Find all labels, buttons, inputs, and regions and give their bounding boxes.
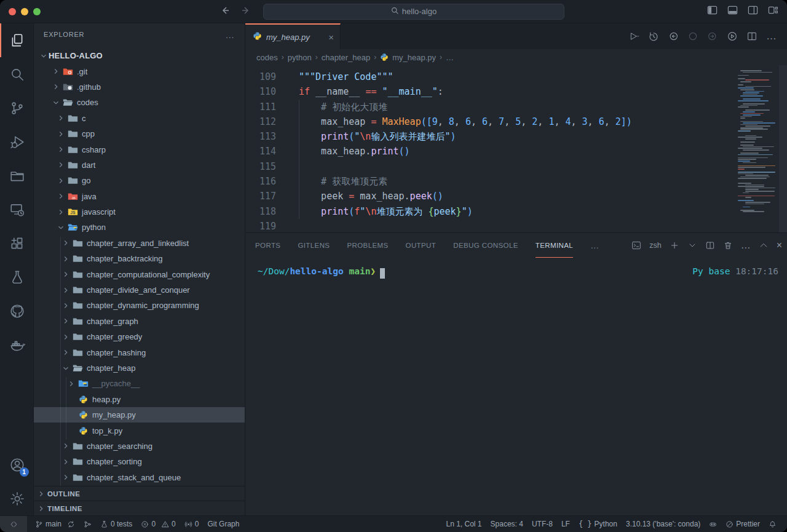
nav-dot-icon[interactable] — [687, 31, 698, 42]
status-gitlens-graph[interactable] — [79, 516, 96, 532]
tree-item-chapter-stack-and-queue[interactable]: chapter_stack_and_queue — [34, 470, 245, 485]
tree-item-chapter-hashing[interactable]: chapter_hashing — [34, 344, 245, 360]
activity-project-folder-icon[interactable] — [0, 159, 34, 193]
toggle-panel-icon[interactable] — [727, 5, 738, 18]
activity-source-control-icon[interactable] — [0, 91, 34, 125]
tree-item-dart[interactable]: dart — [34, 157, 245, 173]
terminal[interactable]: ~/Dow/hello-algo main ❯ Py base 18:17:16 — [245, 258, 787, 515]
tree-item-java[interactable]: java — [34, 189, 245, 204]
tree-item-codes[interactable]: codes — [34, 95, 245, 110]
activity-explorer-icon[interactable] — [0, 23, 34, 57]
history-icon[interactable] — [648, 31, 659, 42]
timeline-section[interactable]: TIMELINE — [34, 501, 245, 515]
more-icon[interactable]: … — [766, 30, 777, 42]
breadcrumb-item[interactable]: python — [288, 53, 312, 62]
tree-item-chapter-sorting[interactable]: chapter_sorting — [34, 454, 245, 469]
panel-tab-output[interactable]: OUTPUT — [406, 233, 437, 258]
activity-github-icon[interactable] — [0, 294, 34, 328]
tree-item-c[interactable]: c — [34, 111, 245, 126]
run-graph-icon[interactable] — [727, 31, 738, 42]
breadcrumb-item[interactable]: codes — [256, 53, 278, 62]
tree-item-chapter-graph[interactable]: chapter_graph — [34, 314, 245, 329]
activity-settings-icon[interactable] — [0, 482, 34, 515]
toggle-secondary-sidebar-icon[interactable] — [748, 5, 758, 18]
breadcrumb-item[interactable]: my_heap.py — [392, 53, 436, 62]
history-back-icon[interactable] — [220, 6, 230, 18]
panel-tab-ports[interactable]: PORTS — [255, 233, 280, 258]
panel-tab-gitlens[interactable]: GITLENS — [298, 233, 330, 258]
tree-item-chapter-computational-complexity[interactable]: chapter_computational_complexity — [34, 266, 245, 282]
activity-docker-icon[interactable] — [0, 328, 34, 362]
tree-item-chapter-greedy[interactable]: chapter_greedy — [34, 329, 245, 344]
terminal-shell-icon[interactable] — [631, 240, 641, 250]
outline-section[interactable]: OUTLINE — [34, 486, 245, 501]
activity-accounts-icon[interactable]: 1 — [0, 448, 34, 482]
nav-forward-icon[interactable] — [707, 31, 718, 42]
minimap[interactable] — [738, 70, 777, 213]
activity-remote-explorer-icon[interactable] — [0, 193, 34, 226]
panel-tab-problems[interactable]: PROBLEMS — [347, 233, 388, 258]
customize-layout-icon[interactable] — [768, 5, 778, 18]
kill-terminal-icon[interactable] — [723, 240, 733, 250]
tree-item-javascript[interactable]: JSjavascript — [34, 204, 245, 220]
close-tab-icon[interactable]: × — [328, 32, 334, 42]
status-encoding[interactable]: UTF-8 — [528, 516, 557, 532]
maximize-panel-icon[interactable] — [759, 240, 769, 250]
minimap-line — [738, 130, 751, 132]
breadcrumb-item[interactable]: … — [446, 53, 454, 62]
tree-item-cpp[interactable]: cpp — [34, 126, 245, 141]
status-ports[interactable]: 0 — [180, 516, 204, 532]
status-cursor-position[interactable]: Ln 1, Col 1 — [441, 516, 486, 532]
status-eol[interactable]: LF — [557, 516, 574, 532]
tree-item-chapter-heap[interactable]: chapter_heap — [34, 360, 245, 376]
minimize-window-button[interactable] — [21, 8, 28, 15]
tree-item-python[interactable]: python — [34, 220, 245, 235]
breadcrumb-item[interactable]: chapter_heap — [322, 53, 371, 62]
status-prettier[interactable]: Prettier — [721, 516, 764, 532]
status-indentation[interactable]: Spaces: 4 — [486, 516, 528, 532]
panel-tab-debug-console[interactable]: DEBUG CONSOLE — [453, 233, 518, 258]
panel-more-tabs-icon[interactable]: … — [590, 240, 599, 250]
status-branch[interactable]: main — [31, 516, 79, 532]
close-panel-icon[interactable]: × — [777, 240, 782, 251]
tree-item--github[interactable]: .github — [34, 79, 245, 95]
split-terminal-icon[interactable] — [705, 240, 715, 250]
tree-item-csharp[interactable]: csharp — [34, 141, 245, 157]
tree-item--git[interactable]: .git — [34, 63, 245, 79]
status-problems[interactable]: 00 — [136, 516, 180, 532]
tree-item-chapter-backtracking[interactable]: chapter_backtracking — [34, 251, 245, 266]
panel-more-actions-icon[interactable]: … — [741, 240, 751, 251]
terminal-dropdown-icon[interactable] — [687, 240, 697, 250]
maximize-window-button[interactable] — [33, 8, 41, 15]
split-icon[interactable] — [746, 31, 757, 42]
tree-item-chapter-searching[interactable]: chapter_searching — [34, 439, 245, 454]
tree-item-hello-algo[interactable]: HELLO-ALGO — [34, 48, 245, 63]
activity-run-debug-icon[interactable] — [0, 125, 34, 159]
explorer-more-actions-icon[interactable]: … — [225, 30, 235, 40]
status-remote[interactable] — [0, 516, 27, 532]
status-tests[interactable]: 0 tests — [96, 516, 136, 532]
command-center-search[interactable]: hello-algo — [263, 4, 564, 20]
tree-item-chapter-array-and-linkedlist[interactable]: chapter_array_and_linkedlist — [34, 236, 245, 251]
run-icon[interactable] — [628, 31, 639, 42]
code-editor[interactable]: 109"""Driver Code"""110if __name__ == "_… — [245, 65, 787, 232]
tree-item-go[interactable]: go — [34, 173, 245, 188]
status-copilot[interactable] — [705, 516, 721, 532]
panel-tab-terminal[interactable]: TERMINAL — [536, 233, 573, 258]
activity-search-icon[interactable] — [0, 57, 34, 91]
history-forward-icon[interactable] — [241, 6, 251, 18]
editor-scrollbar[interactable] — [779, 65, 787, 232]
status-language-mode[interactable]: { }Python — [574, 516, 622, 532]
tab-my-heap-py[interactable]: my_heap.py × — [245, 23, 341, 49]
tree-item-chapter-dynamic-programming[interactable]: chapter_dynamic_programming — [34, 298, 245, 313]
activity-extensions-icon[interactable] — [0, 226, 34, 260]
status-notifications[interactable] — [764, 516, 781, 532]
close-window-button[interactable] — [9, 8, 16, 15]
status-git-graph[interactable]: Git Graph — [203, 516, 243, 532]
activity-testing-icon[interactable] — [0, 260, 34, 294]
toggle-primary-sidebar-icon[interactable] — [707, 5, 718, 18]
nav-back-icon[interactable] — [668, 31, 679, 42]
status-python-interpreter[interactable]: 3.10.13 ('base': conda) — [622, 516, 705, 532]
tree-item-chapter-divide-and-conquer[interactable]: chapter_divide_and_conquer — [34, 282, 245, 298]
new-terminal-icon[interactable] — [670, 240, 679, 250]
